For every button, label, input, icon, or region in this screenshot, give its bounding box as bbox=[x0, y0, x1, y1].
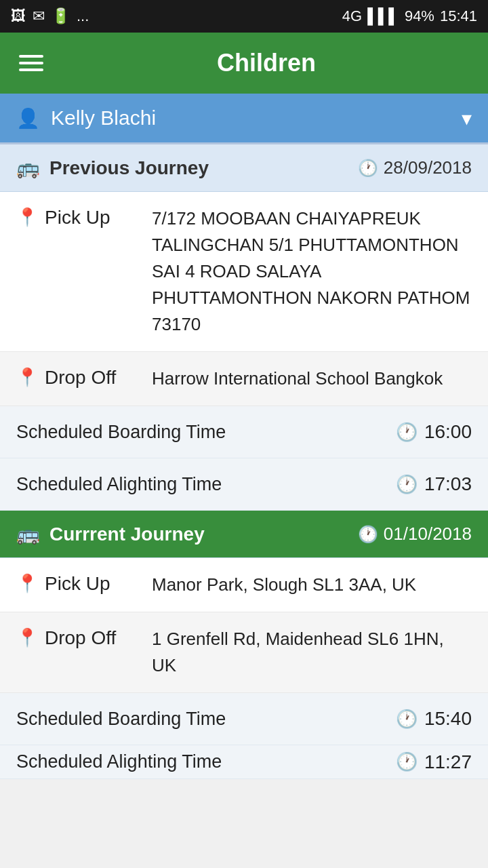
status-right: 4G ▌▌▌ 94% 15:41 bbox=[342, 7, 477, 25]
signal-icon: ▌▌▌ bbox=[367, 7, 399, 25]
current-boarding-time-value: 15:40 bbox=[424, 708, 472, 730]
previous-journey-header-left: 🚌 Previous Journey bbox=[16, 157, 209, 179]
previous-alighting-label: Scheduled Alighting Time bbox=[16, 474, 222, 495]
pin-icon-pickup-prev: 📍 bbox=[16, 207, 38, 228]
previous-journey-label: Previous Journey bbox=[49, 157, 209, 179]
current-boarding-label: Scheduled Boarding Time bbox=[16, 709, 226, 730]
clock-icon-curr: 🕐 bbox=[358, 525, 378, 544]
mail-icon: ✉ bbox=[33, 7, 45, 25]
previous-dropoff-value: Harrow International School Bangkok bbox=[152, 366, 472, 392]
previous-pickup-value: 7/172 MOOBAAN CHAIYAPREUK TALINGCHAN 5/1… bbox=[152, 205, 472, 338]
current-pickup-row: 📍 Pick Up Manor Park, Slough SL1 3AA, UK bbox=[0, 558, 488, 612]
previous-journey-header: 🚌 Previous Journey 🕐 28/09/2018 bbox=[0, 144, 488, 192]
current-alighting-time: 🕐 11:27 bbox=[396, 751, 472, 773]
previous-pickup-label-container: 📍 Pick Up bbox=[16, 205, 152, 229]
current-pickup-label: Pick Up bbox=[45, 573, 110, 595]
clock-icon-alighting-prev: 🕐 bbox=[396, 474, 418, 495]
photo-icon: 🖼 bbox=[11, 7, 26, 25]
bus-icon: 🚌 bbox=[16, 157, 40, 179]
previous-boarding-time-value: 16:00 bbox=[424, 421, 472, 443]
previous-pickup-label: Pick Up bbox=[45, 207, 110, 229]
status-bar: 🖼 ✉ 🔋 ... 4G ▌▌▌ 94% 15:41 bbox=[0, 0, 488, 33]
current-dropoff-label-container: 📍 Drop Off bbox=[16, 626, 152, 649]
previous-alighting-row: Scheduled Alighting Time 🕐 17:03 bbox=[0, 458, 488, 511]
previous-alighting-time: 🕐 17:03 bbox=[396, 473, 472, 495]
hamburger-menu[interactable] bbox=[19, 55, 43, 71]
clock-icon-prev: 🕐 bbox=[358, 159, 378, 178]
current-journey-date: 🕐 01/10/2018 bbox=[358, 524, 472, 545]
previous-dropoff-label-container: 📍 Drop Off bbox=[16, 366, 152, 389]
pin-icon-dropoff-curr: 📍 bbox=[16, 627, 38, 648]
dots-icon: ... bbox=[77, 7, 89, 25]
clock-icon-alighting-curr: 🕐 bbox=[396, 751, 418, 772]
previous-journey-date-value: 28/09/2018 bbox=[384, 157, 472, 178]
current-alighting-label: Scheduled Alighting Time bbox=[16, 751, 222, 772]
user-icon: 👤 bbox=[16, 107, 40, 130]
pin-icon-pickup-curr: 📍 bbox=[16, 573, 38, 594]
user-selector[interactable]: 👤 Kelly Blachi ▾ bbox=[0, 94, 488, 142]
bus-icon-current: 🚌 bbox=[16, 523, 40, 545]
current-pickup-value: Manor Park, Slough SL1 3AA, UK bbox=[152, 572, 472, 598]
clock-icon-boarding-curr: 🕐 bbox=[396, 709, 418, 730]
current-pickup-label-container: 📍 Pick Up bbox=[16, 572, 152, 595]
current-journey-header: 🚌 Currrent Journey 🕐 01/10/2018 bbox=[0, 511, 488, 558]
current-dropoff-label: Drop Off bbox=[45, 627, 116, 649]
current-alighting-time-value: 11:27 bbox=[424, 751, 472, 773]
current-dropoff-value: 1 Grenfell Rd, Maidenhead SL6 1HN, UK bbox=[152, 626, 472, 679]
network-label: 4G bbox=[342, 7, 362, 25]
app-header: Children bbox=[0, 33, 488, 94]
page-title: Children bbox=[64, 49, 469, 77]
previous-boarding-row: Scheduled Boarding Time 🕐 16:00 bbox=[0, 406, 488, 458]
current-journey-header-left: 🚌 Currrent Journey bbox=[16, 523, 205, 545]
clock-icon-boarding-prev: 🕐 bbox=[396, 422, 418, 443]
status-left: 🖼 ✉ 🔋 ... bbox=[11, 7, 89, 25]
previous-boarding-time: 🕐 16:00 bbox=[396, 421, 472, 443]
previous-dropoff-row: 📍 Drop Off Harrow International School B… bbox=[0, 352, 488, 406]
previous-dropoff-label: Drop Off bbox=[45, 367, 116, 389]
battery-icon: 🔋 bbox=[52, 7, 70, 25]
current-journey-date-value: 01/10/2018 bbox=[384, 524, 472, 545]
current-journey-label: Currrent Journey bbox=[49, 524, 205, 545]
pin-icon-dropoff-prev: 📍 bbox=[16, 367, 38, 388]
chevron-down-icon: ▾ bbox=[462, 106, 472, 130]
user-name: Kelly Blachi bbox=[51, 106, 462, 130]
time-label: 15:41 bbox=[440, 7, 477, 25]
current-boarding-row: Scheduled Boarding Time 🕐 15:40 bbox=[0, 693, 488, 745]
current-dropoff-row: 📍 Drop Off 1 Grenfell Rd, Maidenhead SL6… bbox=[0, 612, 488, 693]
previous-boarding-label: Scheduled Boarding Time bbox=[16, 422, 226, 443]
battery-label: 94% bbox=[405, 7, 434, 25]
previous-alighting-time-value: 17:03 bbox=[424, 473, 472, 495]
current-alighting-row: Scheduled Alighting Time 🕐 11:27 bbox=[0, 745, 488, 779]
current-boarding-time: 🕐 15:40 bbox=[396, 708, 472, 730]
previous-journey-date: 🕐 28/09/2018 bbox=[358, 157, 472, 178]
previous-pickup-row: 📍 Pick Up 7/172 MOOBAAN CHAIYAPREUK TALI… bbox=[0, 192, 488, 352]
